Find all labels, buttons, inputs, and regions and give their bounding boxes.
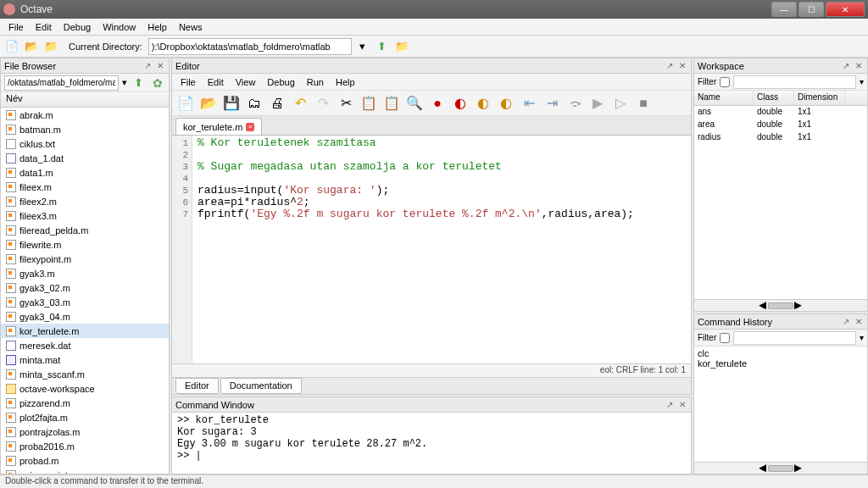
breakpoint3-icon[interactable]: ◐ [473,93,493,114]
file-item[interactable]: gyak3_02.m [1,280,169,295]
workspace-filter-input[interactable] [733,75,856,89]
command-window-body[interactable]: >> kor_terulete Kor sugara: 3 Egy 3.00 m… [172,413,691,474]
stepin-icon[interactable]: ⇥ [542,93,562,114]
editor-menu-debug[interactable]: Debug [262,76,299,88]
saveall-icon[interactable]: 🗂 [244,93,264,114]
stepover-icon[interactable]: ⤼ [565,93,585,114]
close-panel-icon[interactable]: ✕ [155,61,165,71]
close-panel-icon[interactable]: ✕ [854,61,864,71]
workspace-hscroll[interactable]: ⯇⯈ [694,299,867,311]
folder-icon[interactable]: 📁 [42,38,59,55]
find-icon[interactable]: 🔍 [404,93,425,114]
new-icon[interactable]: 📄 [175,93,196,114]
editor-tab[interactable]: kor_terulete.m × [175,118,262,135]
workspace-col-name[interactable]: Name [694,91,754,105]
file-item[interactable]: filexypoint.m [1,252,169,266]
close-panel-icon[interactable]: ✕ [854,317,864,327]
breakpoint4-icon[interactable]: ◐ [496,93,516,114]
editor-menu-help[interactable]: Help [331,76,360,88]
dropdown-icon[interactable]: ▾ [860,77,864,86]
cmdhist-filter-input[interactable] [733,331,856,345]
current-directory-input[interactable] [148,38,352,55]
undo-icon[interactable]: ↶ [290,93,310,114]
undock-icon[interactable]: ↗ [142,61,153,71]
menu-news[interactable]: News [174,21,208,33]
dropdown-icon[interactable]: ▾ [860,333,864,342]
file-browser-column-header[interactable]: Név [1,92,169,108]
cmdhist-filter-checkbox[interactable] [720,333,730,343]
file-item[interactable]: proba2016.m [1,439,169,453]
file-item[interactable]: fileex3.m [1,208,169,223]
workspace-row[interactable]: ansdouble1x1 [694,106,867,119]
close-button[interactable]: ✕ [826,2,865,17]
redo-icon[interactable]: ↷ [313,93,333,114]
menu-edit[interactable]: Edit [31,21,57,33]
file-item[interactable]: minta.mat [1,352,169,367]
cut-icon[interactable]: ✂ [336,93,356,114]
editor-menu-edit[interactable]: Edit [203,76,229,88]
editor-menu-file[interactable]: File [175,76,201,88]
undock-icon[interactable]: ↗ [841,61,851,71]
close-panel-icon[interactable]: ✕ [677,61,687,71]
gear-icon[interactable]: ✿ [151,75,166,91]
minimize-button[interactable]: — [771,2,797,17]
workspace-filter-checkbox[interactable] [720,77,730,87]
up-icon[interactable]: ⬆ [131,75,147,92]
workspace-row[interactable]: radiusdouble1x1 [694,131,867,144]
workspace-table[interactable]: NameClassDimension ansdouble1x1areadoubl… [694,91,867,299]
file-item[interactable]: kor_terulete.m [1,324,169,338]
bottom-tab-editor[interactable]: Editor [175,378,219,394]
cmdhist-hscroll[interactable]: ⯇⯈ [694,462,867,474]
run-icon[interactable]: ▷ [610,93,631,114]
command-history-body[interactable]: clckor_terulete [694,347,867,462]
print-icon[interactable]: 🖨 [267,93,287,114]
file-item[interactable]: gyak3.m [1,266,169,280]
new-file-icon[interactable]: 📄 [3,38,20,55]
file-item[interactable]: meresek.dat [1,338,169,352]
file-item[interactable]: pontrajzolas.m [1,424,169,439]
paste-icon[interactable]: 📋 [381,93,402,114]
up-folder-icon[interactable]: ⬆ [374,38,391,55]
bottom-tab-documentation[interactable]: Documentation [220,378,302,394]
tab-close-icon[interactable]: × [246,123,254,131]
file-item[interactable]: gyak3_04.m [1,309,169,324]
file-item[interactable]: filewrite.m [1,237,169,252]
editor-menu-run[interactable]: Run [302,76,329,88]
open-icon[interactable]: 📂 [198,93,219,114]
maximize-button[interactable]: ☐ [798,2,824,17]
file-item[interactable]: abrak.m [1,108,169,122]
editor-menu-view[interactable]: View [231,76,261,88]
menu-file[interactable]: File [3,21,29,33]
workspace-col-dimension[interactable]: Dimension [794,91,845,105]
stop-icon[interactable]: ■ [633,93,654,114]
file-browser-path-input[interactable] [4,75,119,91]
history-item[interactable]: clc [698,348,864,358]
browse-folder-icon[interactable]: 📁 [393,38,410,55]
file-item[interactable]: pizzarend.m [1,396,169,410]
file-item[interactable]: data1.m [1,165,169,180]
breakpoint2-icon[interactable]: ◐ [450,93,470,114]
save-icon[interactable]: 💾 [221,93,242,114]
close-panel-icon[interactable]: ✕ [677,400,687,410]
file-item[interactable]: gyak3_03.m [1,295,169,309]
undock-icon[interactable]: ↗ [665,61,675,71]
file-browser-list[interactable]: abrak.mbatman.mciklus.txtdata_1.datdata1… [1,108,169,474]
stepout-icon[interactable]: ⇤ [519,93,539,114]
undock-icon[interactable]: ↗ [841,317,851,327]
file-item[interactable]: octave-workspace [1,381,169,396]
file-item[interactable]: fileread_pelda.m [1,223,169,237]
file-item[interactable]: quiver_minta.m [1,468,169,474]
file-item[interactable]: data_1.dat [1,151,169,165]
history-item[interactable]: kor_terulete [698,358,864,369]
dropdown-icon[interactable]: ▾ [354,38,371,55]
menu-window[interactable]: Window [97,21,141,33]
undock-icon[interactable]: ↗ [665,400,675,410]
editor-body[interactable]: 1234567 % Kor teruletenek szamitasa% Sug… [172,135,691,363]
menu-debug[interactable]: Debug [58,21,96,33]
file-item[interactable]: fileex2.m [1,194,169,208]
file-item[interactable]: probad.m [1,453,169,468]
file-item[interactable]: plot2fajta.m [1,410,169,424]
file-item[interactable]: fileex.m [1,180,169,194]
copy-icon[interactable]: 📋 [359,93,379,114]
workspace-row[interactable]: areadouble1x1 [694,119,867,131]
